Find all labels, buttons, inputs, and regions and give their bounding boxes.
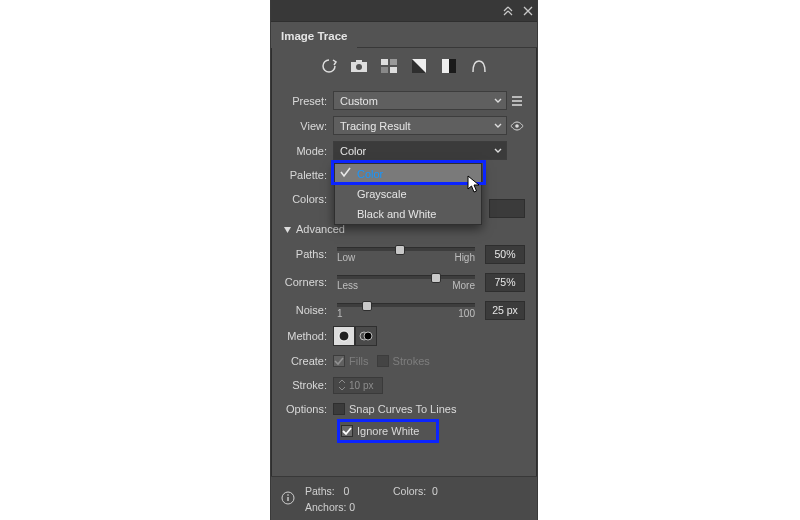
colors-label: Colors: [271,193,333,205]
stroke-input: 10 px [333,377,383,394]
fills-checkbox [333,355,345,367]
noise-row: Noise: 1100 25 px [271,295,537,323]
preset-value: Custom [340,95,378,107]
paths-value[interactable]: 50% [485,245,525,264]
snap-label: Snap Curves To Lines [349,403,456,415]
footer-anchors-value: 0 [349,501,355,513]
svg-rect-8 [442,59,449,73]
svg-rect-9 [449,59,456,73]
svg-rect-5 [381,67,388,73]
chevron-down-icon [494,145,502,157]
method-abutting-button[interactable] [333,326,355,346]
palette-label: Palette: [271,169,333,181]
preset-menu-icon[interactable] [507,94,527,108]
create-row: Create: Fills Strokes [271,349,537,373]
options-row: Options: Snap Curves To Lines [271,397,537,421]
footer-paths-value: 0 [344,485,350,497]
noise-label: Noise: [271,304,333,316]
info-icon[interactable] [281,491,297,507]
strokes-checkbox [377,355,389,367]
paths-row: Paths: LowHigh 50% [271,239,537,267]
svg-point-14 [364,332,372,340]
corners-value[interactable]: 75% [485,273,525,292]
close-icon[interactable] [523,6,533,16]
chevron-down-icon [494,95,502,107]
mode-option-grayscale[interactable]: Grayscale [335,184,481,204]
panel-footer: Paths: 0 Anchors: 0 Colors: 0 [271,476,537,520]
scale-low: Less [337,280,358,291]
preset-photo-icon[interactable] [350,58,368,74]
preset-auto-icon[interactable] [320,58,338,74]
scale-low: 1 [337,308,343,319]
mode-value: Color [340,145,366,157]
svg-point-2 [356,64,362,70]
corners-slider[interactable] [337,275,475,279]
view-select[interactable]: Tracing Result [333,116,507,135]
stroke-value: 10 px [349,380,373,391]
ignore-white-checkbox[interactable] [341,425,353,437]
view-value: Tracing Result [340,120,411,132]
dropdown-item-label: Grayscale [357,188,407,200]
corners-row: Corners: LessMore 75% [271,267,537,295]
view-label: View: [271,120,333,132]
tab-image-trace[interactable]: Image Trace [271,25,357,48]
snap-checkbox[interactable] [333,403,345,415]
footer-colors-label: Colors: [393,485,426,497]
preset-label: Preset: [271,95,333,107]
slider-thumb[interactable] [431,273,441,283]
colors-value-box[interactable] [489,199,525,218]
svg-rect-16 [287,497,288,501]
dropdown-item-label: Color [357,168,383,180]
preset-lowcolor-icon[interactable] [380,58,398,74]
scale-low: Low [337,252,355,263]
scale-high: 100 [458,308,475,319]
slider-thumb[interactable] [362,301,372,311]
eye-icon[interactable] [507,119,527,133]
method-row: Method: [271,323,537,349]
fills-label: Fills [349,355,369,367]
collapse-icon[interactable] [503,6,513,16]
preset-select[interactable]: Custom [333,91,507,110]
svg-rect-4 [390,59,397,65]
mode-option-color[interactable]: Color [335,164,481,184]
stroke-row: Stroke: 10 px [271,373,537,397]
mode-row: Mode: Color [271,138,537,163]
mode-dropdown[interactable]: Color Grayscale Black and White [334,163,482,225]
dropdown-item-label: Black and White [357,208,436,220]
options-label: Options: [271,403,333,415]
create-label: Create: [271,355,333,367]
svg-rect-6 [390,67,397,73]
disclosure-triangle-icon [283,225,292,234]
footer-colors-value: 0 [432,485,438,497]
preset-row: Preset: Custom [271,88,537,113]
strokes-label: Strokes [393,355,430,367]
stroke-label: Stroke: [271,379,333,391]
panel-tab-row: Image Trace [271,22,537,48]
mode-label: Mode: [271,145,333,157]
svg-rect-1 [356,60,362,63]
ignore-white-option[interactable]: Ignore White [339,421,437,441]
preset-outline-icon[interactable] [470,58,488,74]
slider-thumb[interactable] [395,245,405,255]
svg-rect-3 [381,59,388,65]
method-overlapping-button[interactable] [355,326,377,346]
corners-label: Corners: [271,276,333,288]
svg-rect-17 [287,494,288,495]
preset-grayscale-icon[interactable] [410,58,428,74]
noise-value[interactable]: 25 px [485,301,525,320]
mode-option-bw[interactable]: Black and White [335,204,481,224]
paths-slider[interactable] [337,247,475,251]
noise-slider[interactable] [337,303,475,307]
footer-anchors-label: Anchors: [305,501,346,513]
mode-select[interactable]: Color [333,141,507,160]
paths-label: Paths: [271,248,333,260]
chevron-down-icon [494,120,502,132]
method-label: Method: [271,330,333,342]
check-icon [340,167,351,180]
preset-bw-icon[interactable] [440,58,458,74]
view-row: View: Tracing Result [271,113,537,138]
scale-high: High [454,252,475,263]
image-trace-panel: Image Trace Preset: Custom View: Tracing… [270,0,538,520]
svg-point-10 [515,124,519,128]
panel-titlebar [271,0,537,22]
